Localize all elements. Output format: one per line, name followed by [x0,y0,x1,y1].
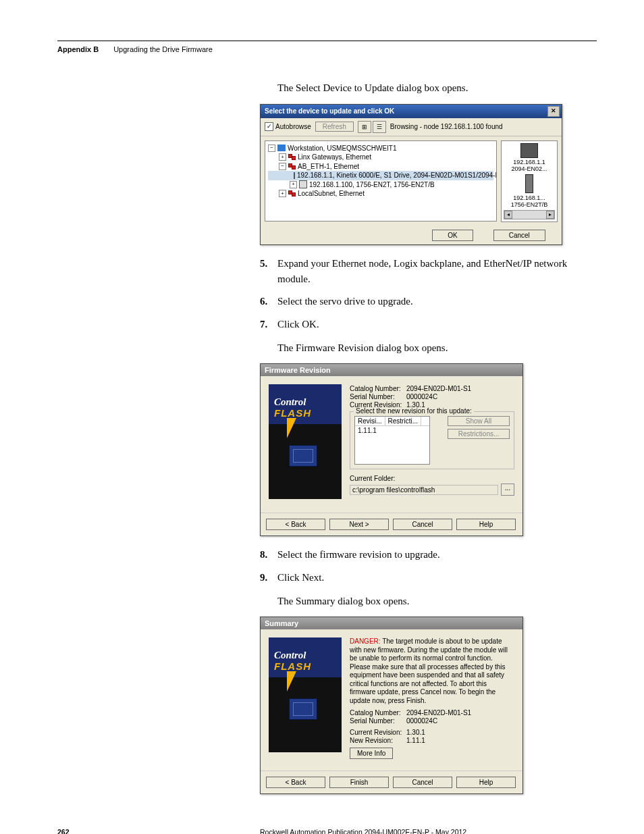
step-number: 9. [260,570,277,585]
serial-value: 0000024C [406,393,437,400]
finish-button[interactable]: Finish [329,777,389,788]
serial-label: Serial Number: [350,393,406,400]
intro-text-3: The Summary dialog box opens. [277,594,597,609]
drive-icon [520,143,538,158]
list-header: Revisi... Restricti... [355,417,429,426]
preview-cat: 1756-EN2T/B [504,202,555,209]
network-icon [288,163,296,170]
autobrowse-checkbox[interactable]: ✓ Autobrowse [265,122,311,131]
cancel-button[interactable]: Cancel [493,230,545,241]
logo-text-flash: FLASH [274,660,311,672]
select-device-dialog: Select the device to update and click OK… [260,104,562,245]
tree-leaf-selected: 192.168.1.1, Kinetix 6000/E, S1 Drive, 2… [268,171,493,180]
step-number: 8. [260,547,277,563]
cancel-button[interactable]: Cancel [393,519,452,530]
dialog-titlebar: Select the device to update and click OK… [261,105,562,118]
current-rev-label: Current Revision: [350,729,406,736]
page-content: The Select Device to Update dialog box o… [260,80,597,794]
scrollbar[interactable]: ◂ ▸ [504,210,555,219]
next-button[interactable]: Next > [329,519,389,530]
logo-text-control: Control [274,650,306,661]
workstation-icon [277,145,286,151]
step-text: Click Next. [277,570,597,585]
current-rev-value: 1.30.1 [406,729,425,736]
tree-view-icon[interactable]: ⊞ [358,121,371,133]
catalog-label: Catalog Number: [350,709,406,716]
preview-item[interactable]: 192.168.1.1 2094-EN02... [504,143,555,174]
page-footer: 262 Rockwell Automation Publication 2094… [57,828,597,834]
dialog-title: Firmware Revision [265,366,331,374]
revision-list[interactable]: Revisi... Restricti... 1.11.1 [354,416,430,465]
dialog-title: Select the device to update and click OK [265,107,394,115]
summary-dialog: Summary Control FLASH DANGER: The target… [260,617,523,794]
dialog-title: Summary [265,619,298,627]
step-6: 6. Select the servo drive to upgrade. [260,294,597,309]
folder-label: Current Folder: [350,475,514,482]
chevron-right-icon[interactable]: ▸ [546,211,554,219]
help-button[interactable]: Help [456,519,516,530]
catalog-value: 2094-EN02D-M01-S1 [406,385,471,392]
folder-path: c:\program files\controlflash [350,485,498,495]
help-button[interactable]: Help [456,777,516,788]
refresh-button[interactable]: Refresh [315,122,354,132]
logo-text-control: Control [274,396,306,408]
browse-button[interactable]: ... [501,484,514,496]
back-button[interactable]: < Back [266,777,325,788]
dialog-info: Catalog Number:2094-EN02D-M01-S1 Serial … [350,384,514,499]
appendix-label: Appendix B [57,45,99,53]
dialog-footer: OK Cancel [261,226,562,244]
chevron-left-icon[interactable]: ◂ [504,211,512,219]
intro-text-2: The Firmware Revision dialog box opens. [277,340,597,356]
danger-text: DANGER: The target module is about to be… [350,637,514,705]
wizard-footer: < Back Next > Cancel Help [261,513,522,536]
wizard-footer: < Back Finish Cancel Help [261,771,522,793]
dialog-toolbar: ✓ Autobrowse Refresh ⊞ ☰ Browsing - node… [261,118,562,136]
logo-text-flash: FLASH [274,407,311,419]
catalog-value: 2094-EN02D-M01-S1 [406,709,471,716]
rack-icon [299,180,307,188]
close-icon[interactable]: ✕ [547,106,560,117]
dialog-info: DANGER: The target module is about to be… [350,637,514,757]
col-revision: Revisi... [355,417,385,425]
list-view-icon[interactable]: ☰ [373,121,386,133]
step-number: 7. [260,317,277,332]
tree-node: −AB_ETH-1, Ethernet [268,162,493,172]
list-row[interactable]: 1.11.1 [355,426,429,435]
browse-status: Browsing - node 192.168.1.100 found [390,123,558,130]
showall-button[interactable]: Show All [448,416,510,426]
serial-value: 0000024C [406,717,437,725]
preview-pane: 192.168.1.1 2094-EN02... 192.168.1... 17… [501,140,558,222]
dialog-body: −Workstation, USMEQMSSCHWEIT1 +Linx Gate… [261,136,562,226]
catalog-label: Catalog Number: [350,385,406,392]
drive-icon [294,172,295,179]
device-tree[interactable]: −Workstation, USMEQMSSCHWEIT1 +Linx Gate… [265,140,497,221]
moreinfo-button[interactable]: More Info [350,748,393,759]
step-5: 5. Expand your Ethernet node, Logix back… [260,256,597,288]
controlflash-logo: Control FLASH [269,384,342,499]
ok-button[interactable]: OK [432,230,473,241]
appendix-title: Upgrading the Drive Firmware [113,45,213,53]
dialog-body: Control FLASH DANGER: The target module … [261,629,522,765]
step-text: Select the servo drive to upgrade. [277,294,597,309]
dialog-titlebar: Summary [261,617,522,629]
publication-info: Rockwell Automation Publication 2094-UM0… [260,828,597,834]
new-rev-label: New Revision: [350,737,406,744]
network-icon [288,154,296,160]
lightning-icon [277,671,296,692]
page: Appendix B Upgrading the Drive Firmware … [0,0,644,834]
col-restrict: Restricti... [385,417,421,425]
restrictions-button[interactable]: Restrictions... [448,429,510,439]
step-7: 7. Click OK. [260,317,597,332]
step-8: 8. Select the firmware revision to upgra… [260,547,597,563]
tree-node: +192.168.1.100, 1756-EN2T, 1756-EN2T/B [268,180,493,190]
group-title: Select the new revision for this update: [354,407,474,415]
warning-body: The target module is about to be update … [350,637,508,704]
view-toolbar: ⊞ ☰ [358,121,386,133]
back-button[interactable]: < Back [266,519,325,530]
preview-item[interactable]: 192.168.1... 1756-EN2T/B [504,174,555,209]
cancel-button[interactable]: Cancel [393,777,452,788]
tree-node: +LocalSubnet, Ethernet [268,189,493,199]
chip-icon [289,445,317,467]
lightning-icon [277,418,296,438]
firmware-revision-dialog: Firmware Revision Control FLASH Catalog … [260,363,523,536]
